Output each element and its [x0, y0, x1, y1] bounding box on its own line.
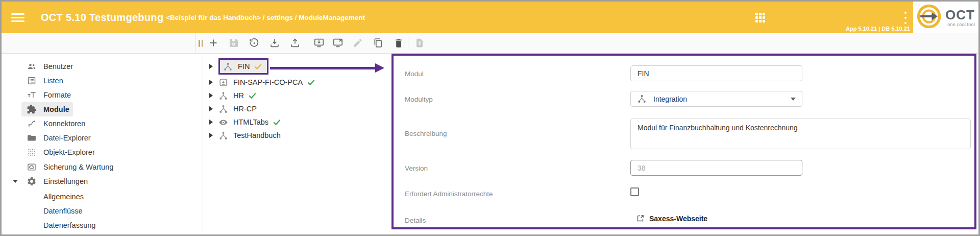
list-icon — [27, 76, 37, 86]
toolbar — [2, 33, 978, 54]
import-icon — [218, 78, 228, 87]
oct-logo-icon — [917, 4, 942, 31]
connector-icon — [27, 119, 37, 129]
modultyp-selected-value: Integration — [653, 95, 687, 103]
sidebar-item-allgemeines[interactable]: Allgemeines — [2, 190, 201, 204]
external-link-icon — [636, 214, 645, 223]
integration-icon — [218, 91, 228, 101]
tree-item-fin-sap-fi-co-pca[interactable]: FIN-SAP-FI-CO-PCA — [209, 76, 315, 89]
expand-arrow-icon[interactable] — [209, 93, 213, 98]
tree-item-hr-cp[interactable]: HR-CP — [209, 102, 257, 115]
gear-icon — [27, 176, 37, 186]
toolbar-divider — [195, 33, 195, 53]
integration-icon — [223, 62, 233, 72]
hamburger-menu-icon[interactable] — [11, 13, 24, 22]
check-icon-orange — [254, 63, 262, 70]
field-label-modul: Modul — [405, 70, 424, 78]
sidebar-item-einstellungen[interactable]: Einstellungen — [2, 174, 201, 188]
beschreibung-textarea[interactable]: Modul für Finanzbuchhaltung und Kostenre… — [630, 119, 971, 149]
modultyp-select[interactable]: Integration — [630, 91, 802, 107]
expand-arrow-icon[interactable] — [209, 133, 213, 138]
users-icon — [27, 61, 37, 72]
folder-icon — [27, 133, 37, 143]
module-tree: FIN FIN-SAP-FI-CO-PCA HR HR-CP HTMLTabs — [204, 54, 391, 234]
tree-item-htmltabs[interactable]: HTMLTabs — [209, 115, 281, 129]
expand-arrow-icon[interactable] — [209, 106, 213, 111]
apps-grid-icon[interactable] — [755, 13, 765, 22]
eye-icon — [218, 117, 228, 127]
format-icon — [27, 90, 37, 100]
sidebar-item-konnektoren[interactable]: Konnektoren — [2, 116, 201, 131]
logo: OCT one cool tool — [913, 2, 978, 33]
annotation-arrow-head — [375, 63, 384, 73]
tree-item-hr[interactable]: HR — [209, 89, 256, 102]
collapse-caret-icon[interactable] — [13, 180, 18, 183]
sidebar-nav: Benutzer Listen Formate Module Konnektor… — [2, 54, 203, 234]
pane-splitter-handle[interactable] — [199, 40, 203, 47]
sidebar-item-objekt-explorer[interactable]: Objekt-Explorer — [2, 145, 201, 159]
app-header: OCT 5.10 Testumgebung <Beispiel für das … — [2, 2, 913, 33]
sidebar-item-sicherung-wartung[interactable]: Sicherung & Wartung — [2, 160, 201, 174]
sidebar-item-benutzer[interactable]: Benutzer — [2, 59, 201, 74]
version-input[interactable] — [630, 160, 802, 176]
breadcrumb: <Beispiel für das Handbuch> / settings /… — [166, 2, 365, 33]
install-module-button[interactable] — [313, 37, 325, 49]
saxess-website-link[interactable]: Saxess-Webseite — [636, 214, 707, 223]
field-label-details: Details — [405, 217, 426, 224]
download-button[interactable] — [268, 37, 281, 49]
integration-icon — [218, 104, 228, 114]
sidebar-item-listen[interactable]: Listen — [2, 74, 201, 88]
admin-rights-checkbox[interactable] — [630, 187, 639, 196]
add-button[interactable] — [207, 37, 219, 49]
upload-button[interactable] — [289, 37, 301, 49]
field-label-beschreibung: Beschreibung — [405, 130, 447, 137]
grid-dots-icon — [27, 147, 37, 157]
check-icon-green — [307, 79, 315, 86]
expand-arrow-icon[interactable] — [209, 64, 213, 69]
delete-button[interactable] — [393, 37, 405, 49]
sidebar-item-module[interactable]: Module — [2, 102, 201, 116]
app-window: OCT 5.10 Testumgebung <Beispiel für das … — [0, 0, 980, 236]
annotation-arrow-line — [270, 67, 376, 69]
sidebar-item-datei-explorer[interactable]: Datei-Explorer — [2, 131, 201, 145]
toolbar-separator — [306, 36, 306, 50]
sidebar-item-datenfluesse[interactable]: Datenflüsse — [2, 204, 201, 218]
kebab-menu-icon[interactable] — [903, 12, 908, 24]
save-button[interactable] — [228, 37, 240, 49]
expand-arrow-icon[interactable] — [209, 80, 213, 85]
field-label-version: Version — [405, 164, 428, 172]
restore-version-button[interactable] — [248, 37, 260, 49]
app-title: OCT 5.10 Testumgebung — [41, 2, 163, 33]
tree-item-fin[interactable]: FIN — [209, 60, 268, 73]
backup-icon — [27, 162, 37, 172]
integration-icon — [637, 94, 647, 104]
puzzle-icon — [27, 104, 37, 114]
annotation-highlight-box: FIN — [218, 58, 268, 75]
check-icon-green — [273, 119, 281, 126]
edit-button[interactable] — [352, 37, 364, 49]
version-info: App 5.10.21 | DB 5.10.21 — [846, 26, 910, 32]
export-document-button[interactable] — [413, 37, 426, 49]
field-label-modultyp: Modultyp — [405, 96, 433, 103]
modul-input[interactable] — [630, 65, 802, 81]
toolbar-separator — [408, 36, 408, 50]
sidebar-item-datenerfassung[interactable]: Datenerfassung — [2, 218, 201, 232]
integration-icon — [218, 131, 228, 140]
chevron-down-icon — [791, 98, 796, 101]
copy-button[interactable] — [372, 37, 384, 49]
logo-tagline: one cool tool — [947, 22, 975, 27]
tree-item-testhandbuch[interactable]: TestHandbuch — [209, 129, 281, 142]
expand-arrow-icon[interactable] — [209, 120, 213, 125]
field-label-admin: Erfordert Administratorrechte — [405, 190, 493, 198]
uninstall-module-button[interactable] — [332, 37, 344, 49]
check-icon-green — [249, 92, 256, 99]
sidebar-item-formate[interactable]: Formate — [2, 88, 201, 102]
module-detail-panel: Modul Modultyp Integration Beschreibung … — [391, 54, 976, 229]
logo-name: OCT — [945, 8, 975, 21]
